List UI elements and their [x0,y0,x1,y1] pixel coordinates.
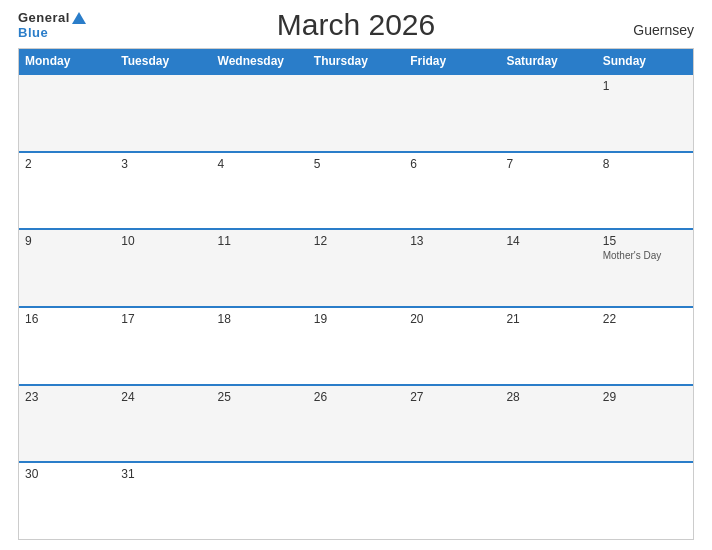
day-event: Mother's Day [603,250,687,261]
calendar-cell: 2 [19,153,115,229]
calendar-cell: 18 [212,308,308,384]
col-tuesday: Tuesday [115,49,211,73]
calendar-cell: 5 [308,153,404,229]
day-number: 17 [121,312,205,326]
calendar-header-row: Monday Tuesday Wednesday Thursday Friday… [19,49,693,73]
calendar-body: 123456789101112131415Mother's Day1617181… [19,73,693,539]
calendar-week-1: 1 [19,73,693,151]
calendar-cell: 13 [404,230,500,306]
day-number: 5 [314,157,398,171]
calendar-cell [212,75,308,151]
logo-general-text: General [18,10,70,25]
calendar-cell [404,463,500,539]
calendar-cell: 24 [115,386,211,462]
calendar: Monday Tuesday Wednesday Thursday Friday… [18,48,694,540]
calendar-title: March 2026 [277,8,435,42]
calendar-cell: 21 [500,308,596,384]
calendar-cell: 16 [19,308,115,384]
calendar-cell: 1 [597,75,693,151]
calendar-cell: 10 [115,230,211,306]
calendar-cell: 30 [19,463,115,539]
calendar-page: General Blue March 2026 Guernsey Monday … [0,0,712,550]
calendar-cell: 28 [500,386,596,462]
calendar-cell: 22 [597,308,693,384]
day-number: 13 [410,234,494,248]
calendar-cell: 17 [115,308,211,384]
day-number: 29 [603,390,687,404]
col-sunday: Sunday [597,49,693,73]
calendar-cell: 8 [597,153,693,229]
calendar-cell [404,75,500,151]
day-number: 2 [25,157,109,171]
day-number: 20 [410,312,494,326]
calendar-cell: 14 [500,230,596,306]
calendar-cell [115,75,211,151]
calendar-week-5: 23242526272829 [19,384,693,462]
day-number: 3 [121,157,205,171]
calendar-cell: 31 [115,463,211,539]
col-wednesday: Wednesday [212,49,308,73]
calendar-cell: 19 [308,308,404,384]
day-number: 28 [506,390,590,404]
calendar-cell: 26 [308,386,404,462]
calendar-week-6: 3031 [19,461,693,539]
day-number: 1 [603,79,687,93]
calendar-cell [19,75,115,151]
day-number: 8 [603,157,687,171]
day-number: 6 [410,157,494,171]
day-number: 23 [25,390,109,404]
calendar-cell [308,75,404,151]
calendar-cell: 27 [404,386,500,462]
calendar-cell [500,463,596,539]
day-number: 12 [314,234,398,248]
day-number: 25 [218,390,302,404]
day-number: 7 [506,157,590,171]
day-number: 27 [410,390,494,404]
calendar-cell: 29 [597,386,693,462]
calendar-cell: 7 [500,153,596,229]
day-number: 4 [218,157,302,171]
day-number: 16 [25,312,109,326]
col-saturday: Saturday [500,49,596,73]
logo: General Blue [18,10,86,40]
region-label: Guernsey [633,22,694,38]
day-number: 15 [603,234,687,248]
day-number: 9 [25,234,109,248]
calendar-cell: 11 [212,230,308,306]
calendar-cell [212,463,308,539]
calendar-cell [597,463,693,539]
calendar-cell: 20 [404,308,500,384]
day-number: 18 [218,312,302,326]
calendar-week-2: 2345678 [19,151,693,229]
col-monday: Monday [19,49,115,73]
calendar-cell [308,463,404,539]
day-number: 10 [121,234,205,248]
calendar-week-4: 16171819202122 [19,306,693,384]
col-friday: Friday [404,49,500,73]
day-number: 14 [506,234,590,248]
day-number: 30 [25,467,109,481]
calendar-cell [500,75,596,151]
day-number: 24 [121,390,205,404]
calendar-cell: 4 [212,153,308,229]
day-number: 19 [314,312,398,326]
calendar-cell: 6 [404,153,500,229]
calendar-cell: 23 [19,386,115,462]
col-thursday: Thursday [308,49,404,73]
calendar-cell: 9 [19,230,115,306]
day-number: 31 [121,467,205,481]
day-number: 26 [314,390,398,404]
day-number: 22 [603,312,687,326]
day-number: 11 [218,234,302,248]
logo-blue-text: Blue [18,25,48,40]
logo-triangle-icon [72,12,86,24]
calendar-cell: 15Mother's Day [597,230,693,306]
day-number: 21 [506,312,590,326]
header: General Blue March 2026 Guernsey [18,10,694,40]
calendar-cell: 12 [308,230,404,306]
calendar-cell: 25 [212,386,308,462]
calendar-week-3: 9101112131415Mother's Day [19,228,693,306]
calendar-cell: 3 [115,153,211,229]
